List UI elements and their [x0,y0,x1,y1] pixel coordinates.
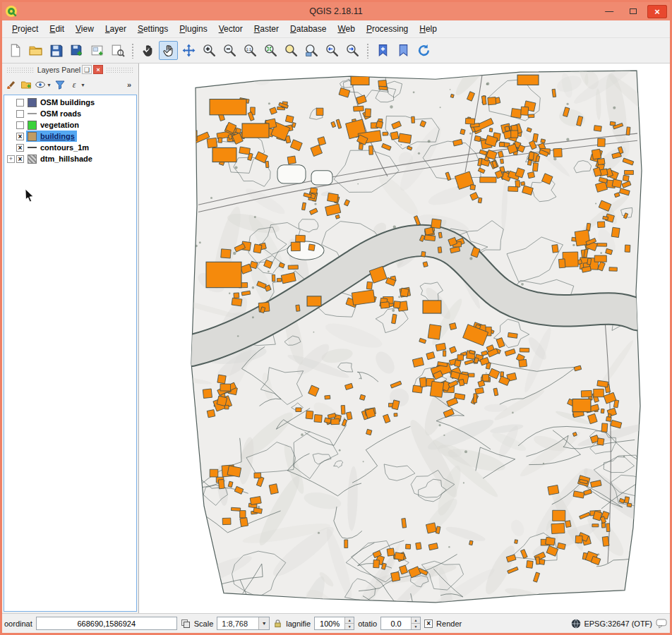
messages-icon[interactable] [656,619,668,629]
save-project-as-button[interactable] [67,41,86,60]
zoom-last-button[interactable] [323,41,342,60]
menu-raster[interactable]: Raster [248,22,284,36]
touch-icon [140,43,155,58]
expander-icon[interactable]: + [7,155,15,163]
zoom-next-button[interactable] [343,41,362,60]
qgis-logo-icon [5,5,18,18]
scale-combo[interactable]: 1:8,768 ▼ [217,617,270,630]
toolbar-grip [366,43,369,59]
menu-view[interactable]: View [70,22,100,36]
menu-settings[interactable]: Settings [132,22,174,36]
maximize-button[interactable] [623,5,643,18]
minimize-button[interactable]: — [599,5,619,18]
zoom-layer-icon [304,43,319,58]
layer-swatch [28,143,37,152]
new-composer-button[interactable] [88,41,107,60]
layer-label: buildings [37,132,75,140]
magnifier-spin-arrows[interactable]: ▲▼ [344,617,354,629]
menu-vector[interactable]: Vector [213,22,248,36]
rotation-input[interactable] [381,617,411,629]
zoom-full-button[interactable] [261,41,280,60]
layer-tree[interactable]: OSM buildingsOSM roadsvegetation×buildin… [4,95,137,612]
menu-help[interactable]: Help [414,22,443,36]
menu-web[interactable]: Web [332,22,360,36]
panel-float-button[interactable]: ❏ [82,65,92,74]
zoom-native-icon: 1:1 [243,43,258,58]
globe-icon [571,619,581,629]
layer-row-body[interactable]: vegetation [26,119,81,131]
save-project-button[interactable] [47,41,66,60]
layer-item-buildings[interactable]: ×buildings [4,131,136,142]
refresh-button[interactable] [414,41,433,60]
close-button[interactable]: × [647,5,667,18]
manage-themes-button[interactable]: ▼ [35,78,52,92]
filter-legend-button[interactable] [54,78,66,92]
new-project-button[interactable] [6,41,25,60]
layer-swatch [28,109,37,119]
menu-project[interactable]: Project [6,22,44,36]
layer-row-body[interactable]: OSM buildings [26,97,97,108]
layer-visibility-checkbox[interactable] [16,110,24,118]
zoom-out-button[interactable] [220,41,239,60]
layer-visibility-checkbox[interactable]: × [16,155,24,163]
crs-indicator[interactable]: EPSG:32647 (OTF) [571,619,652,629]
magnifier-input[interactable] [315,617,344,629]
crs-label: EPSG:32647 (OTF) [584,619,652,628]
layer-row-body[interactable]: buildings [26,131,77,142]
new-bookmark-button[interactable] [373,41,392,60]
zoom-in-button[interactable] [200,41,219,60]
layer-row-body[interactable]: contours_1m [26,142,91,153]
title-bar[interactable]: QGIS 2.18.11 — × [2,2,670,20]
map-canvas[interactable] [138,64,670,613]
menu-processing[interactable]: Processing [361,22,414,36]
layer-swatch [28,132,37,141]
render-checkbox[interactable]: × [424,619,433,628]
layer-visibility-checkbox[interactable] [16,99,24,107]
eye-icon [35,79,46,90]
scale-label: Scale [194,619,214,628]
zoom-next-icon [345,43,360,58]
rotation-spinbox[interactable]: ▲▼ [380,617,421,630]
layer-label: dtm_hillshade [37,155,92,163]
magnifier-spinbox[interactable]: ▲▼ [314,617,354,630]
rotation-spin-arrows[interactable]: ▲▼ [411,617,420,629]
overflow-button[interactable]: » [123,78,136,92]
menu-edit[interactable]: Edit [44,22,70,36]
zoom-to-layer-button[interactable] [302,41,321,60]
layer-item-osm-roads[interactable]: OSM roads [4,108,136,119]
layer-visibility-checkbox[interactable] [16,121,24,129]
layer-row-body[interactable]: OSM roads [26,108,83,119]
page-icon [8,43,23,58]
layer-item-contours_1m[interactable]: ×contours_1m [4,142,136,153]
layer-row-body[interactable]: dtm_hillshade [26,153,95,164]
layer-label: OSM roads [37,109,81,118]
magnifier-label: lagnifie [286,619,311,628]
layer-item-osm-buildings[interactable]: OSM buildings [4,97,136,108]
add-group-button[interactable] [20,78,32,92]
chevron-down-icon[interactable]: ▼ [258,617,269,629]
zoom-native-button[interactable]: 1:1 [241,41,260,60]
pan-map-button[interactable] [159,41,178,60]
pan-to-selection-button[interactable] [179,41,198,60]
map-svg[interactable] [139,64,670,613]
brush-icon [6,79,17,90]
lock-icon[interactable] [273,619,282,628]
menu-layer[interactable]: Layer [100,22,132,36]
layer-item-dtm_hillshade[interactable]: +×dtm_hillshade [4,153,136,164]
coordinate-input[interactable] [36,617,177,630]
layers-panel-header[interactable]: Layers Panel ❏ × [2,64,138,75]
zoom-to-selection-button[interactable] [282,41,301,60]
expression-filter-button[interactable]: ε▼ [68,78,85,92]
menu-plugins[interactable]: Plugins [174,22,212,36]
menu-database[interactable]: Database [284,22,332,36]
touch-zoom-button[interactable] [138,41,157,60]
extent-toggle-icon[interactable] [181,619,191,629]
panel-close-button[interactable]: × [93,65,103,74]
layer-styling-button[interactable] [5,78,18,92]
layer-item-vegetation[interactable]: vegetation [4,119,136,131]
composer-manager-button[interactable] [108,41,127,60]
show-bookmarks-button[interactable] [394,41,413,60]
layer-visibility-checkbox[interactable]: × [16,144,24,152]
layer-visibility-checkbox[interactable]: × [16,133,24,140]
open-project-button[interactable] [26,41,45,60]
